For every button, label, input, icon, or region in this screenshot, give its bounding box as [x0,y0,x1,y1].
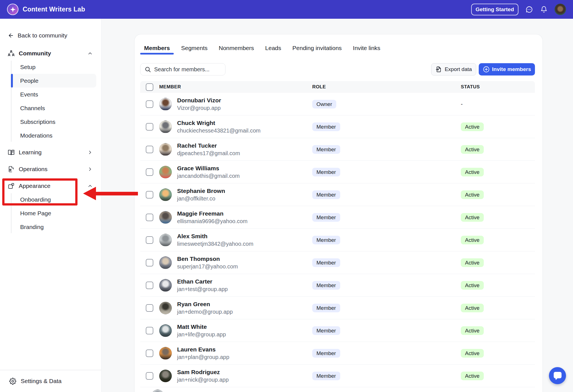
member-email: chuckiechesse43821@gmail.com [177,127,307,134]
status-badge: Active [461,168,484,176]
row-checkbox[interactable] [146,168,153,176]
status-badge: Active [461,190,484,199]
sidebar-section-label: Learning [19,149,42,156]
table-header-row: MEMBER ROLE STATUS [140,81,535,93]
status-badge: Active [461,304,484,312]
row-checkbox[interactable] [146,100,153,108]
row-checkbox[interactable] [146,236,153,244]
invite-members-label: Invite members [492,66,531,72]
member-row-maggie-freeman: Maggie Freemanellismania9696@yahoo.comMe… [140,206,535,229]
row-checkbox[interactable] [146,259,153,266]
member-email: jan+nick@group.app [177,376,307,383]
column-header-status: STATUS [455,84,535,90]
row-checkbox[interactable] [146,372,153,380]
sidebar-item-people[interactable]: People [11,74,96,88]
member-row-chuck-wright: Chuck Wrightchuckiechesse43821@gmail.com… [140,115,535,138]
settings-data-link[interactable]: Settings & Data [0,370,101,392]
tab-leads[interactable]: Leads [261,44,285,55]
sidebar-section-operations[interactable]: Operations [0,162,101,176]
member-row-matt-white: Matt Whitejan+life@group.appMemberActive [140,319,535,342]
role-badge: Member [312,326,340,335]
member-avatar [159,211,172,224]
role-badge: Member [312,304,340,312]
column-header-role: ROLE [307,84,455,90]
export-data-button[interactable]: Export data [431,63,476,75]
row-checkbox[interactable] [146,304,153,312]
select-all-checkbox[interactable] [146,83,153,91]
member-name: Ryan Green [177,301,307,308]
chat-bubble-icon [554,372,562,378]
sidebar-item-onboarding[interactable]: Onboarding [11,193,96,206]
member-row-grace-williams: Grace Williamsjancandothis@gmail.comMemb… [140,161,535,183]
sidebar-section-appearance[interactable]: Appearance [0,179,101,193]
role-badge: Member [312,145,340,154]
sidebar-item-subscriptions[interactable]: Subscriptions [11,115,96,129]
tab-invite-links[interactable]: Invite links [349,44,384,55]
sidebar-section-community[interactable]: Community [0,47,101,60]
topbar: Content Writers Lab Getting Started [0,0,573,19]
member-email: superjan17@yahoo.com [177,263,307,270]
member-avatar [159,279,172,292]
role-badge: Member [312,236,340,244]
search-members-input[interactable] [154,66,219,73]
status-badge: Active [461,122,484,131]
row-checkbox[interactable] [146,123,153,131]
status-badge: Active [461,372,484,380]
back-to-community-link[interactable]: Back to community [0,29,101,42]
getting-started-button[interactable]: Getting Started [471,4,518,15]
member-email: limesweetjm3842@yahoo.com [177,240,307,247]
member-row-ben-thompson: Ben Thompsonsuperjan17@yahoo.comMemberAc… [140,251,535,274]
sidebar-section-label: Appearance [19,183,50,189]
row-checkbox[interactable] [146,327,153,334]
sidebar-section-learning[interactable]: Learning [0,146,101,159]
member-name: Stephanie Brown [177,187,307,194]
status-dash: - [461,101,463,107]
settings-data-label: Settings & Data [21,378,62,384]
member-row-partial [140,387,535,392]
member-row-ryan-green: Ryan Greenjan+demo@group.appMemberActive [140,297,535,319]
role-badge: Member [312,168,340,176]
export-icon [435,66,442,73]
row-checkbox[interactable] [146,282,153,289]
chevron-up-icon [87,183,93,189]
tab-nonmembers[interactable]: Nonmembers [215,44,258,55]
search-members-box[interactable] [140,63,226,75]
sidebar-item-setup[interactable]: Setup [11,60,96,74]
operations-icon [8,166,15,173]
sidebar-section-label: Community [19,50,51,57]
sparkle-icon [10,6,16,13]
notifications-bell-icon[interactable] [540,6,548,13]
plus-circle-icon [483,66,490,73]
tab-segments[interactable]: Segments [177,44,212,55]
row-checkbox[interactable] [146,214,153,221]
brand-logo[interactable] [7,4,18,15]
member-name: Sam Rodriguez [177,369,307,376]
member-email: jan@offkilter.co [177,195,307,202]
member-email: Vizor@group.app [177,105,307,111]
member-name: Ethan Carter [177,278,307,285]
sidebar-item-home-page[interactable]: Home Page [11,206,96,220]
member-avatar [159,234,172,246]
user-avatar[interactable] [555,4,566,15]
sidebar-item-events[interactable]: Events [11,88,96,101]
status-badge: Active [461,258,484,267]
chat-fab-button[interactable] [549,367,566,384]
member-row-ethan-carter: Ethan Carterjan+test@group.appMemberActi… [140,274,535,297]
sidebar-item-moderations[interactable]: Moderations [11,129,96,142]
messages-icon[interactable] [525,6,533,13]
member-name: Alex Smith [177,233,307,240]
member-row-sam-rodriguez: Sam Rodriguezjan+nick@group.appMemberAct… [140,365,535,387]
row-checkbox[interactable] [146,191,153,199]
tab-pending-invitations[interactable]: Pending invitations [288,44,346,55]
row-checkbox[interactable] [146,146,153,153]
member-email: jan+plan@group.app [177,354,307,360]
member-row-alex-smith: Alex Smithlimesweetjm3842@yahoo.comMembe… [140,229,535,251]
gear-icon [9,378,16,385]
tab-members[interactable]: Members [140,44,174,55]
sidebar-item-branding[interactable]: Branding [11,220,96,234]
invite-members-button[interactable]: Invite members [479,63,535,75]
row-checkbox[interactable] [146,350,153,357]
member-email: jancandothis@gmail.com [177,173,307,179]
sidebar-item-channels[interactable]: Channels [11,101,96,115]
member-avatar [159,188,172,201]
